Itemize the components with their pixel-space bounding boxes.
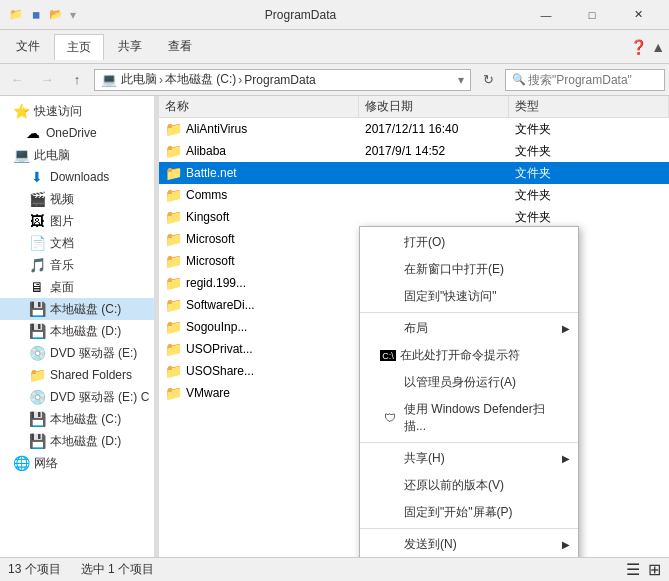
- window-controls: — □ ✕: [523, 0, 661, 30]
- search-input[interactable]: [528, 73, 658, 87]
- sidebar-item-disk-d2[interactable]: 💾 本地磁盘 (D:): [0, 430, 154, 452]
- tab-share[interactable]: 共享: [106, 34, 154, 59]
- col-header-date[interactable]: 修改日期: [359, 96, 509, 118]
- up-button[interactable]: ↑: [64, 68, 90, 92]
- menu-label-open-new: 在新窗口中打开(E): [404, 261, 504, 278]
- sidebar-item-quick-access[interactable]: ⭐ 快速访问: [0, 100, 154, 122]
- menu-item-layout[interactable]: 布局: [360, 315, 578, 342]
- ribbon-collapse-icon[interactable]: ▲: [651, 39, 665, 55]
- restore-icon: [380, 478, 400, 494]
- forward-button[interactable]: →: [34, 68, 60, 92]
- sidebar-item-disk-d[interactable]: 💾 本地磁盘 (D:): [0, 320, 154, 342]
- menu-label-defender: 使用 Windows Defender扫描...: [404, 401, 558, 435]
- tab-home[interactable]: 主页: [54, 34, 104, 60]
- tab-file[interactable]: 文件: [4, 34, 52, 59]
- menu-separator-3: [360, 528, 578, 529]
- address-path[interactable]: 💻 此电脑 › 本地磁盘 (C:) › ProgramData ▾: [94, 69, 471, 91]
- pictures-icon: 🖼: [28, 212, 46, 230]
- file-type: 文件夹: [515, 209, 663, 226]
- sidebar-label-disk-c: 本地磁盘 (C:): [50, 301, 121, 318]
- table-row[interactable]: 📁 Comms 文件夹: [159, 184, 669, 206]
- folder-icon: 📁: [165, 341, 182, 357]
- sidebar-label-disk-d: 本地磁盘 (D:): [50, 323, 121, 340]
- folder-icon: 📁: [165, 209, 182, 225]
- file-name: Alibaba: [186, 144, 226, 158]
- sidebar-item-disk-c2[interactable]: 💾 本地磁盘 (C:): [0, 408, 154, 430]
- folder-icon: 📁: [165, 275, 182, 291]
- sidebar-label-dvd-e: DVD 驱动器 (E:): [50, 345, 137, 362]
- path-sep-2: ›: [238, 73, 242, 87]
- sidebar-label-disk-c2: 本地磁盘 (C:): [50, 411, 121, 428]
- maximize-button[interactable]: □: [569, 0, 615, 30]
- detail-view-icon[interactable]: ⊞: [648, 561, 661, 578]
- menu-item-restore[interactable]: 还原以前的版本(V): [360, 472, 578, 499]
- menu-item-admin[interactable]: 以管理员身份运行(A): [360, 369, 578, 396]
- sidebar-item-network[interactable]: 🌐 网络: [0, 452, 154, 474]
- sidebar-item-desktop[interactable]: 🖥 桌面: [0, 276, 154, 298]
- path-folder[interactable]: ProgramData: [244, 73, 315, 87]
- path-computer[interactable]: 此电脑: [121, 71, 157, 88]
- music-icon: 🎵: [28, 256, 46, 274]
- path-drive[interactable]: 本地磁盘 (C:): [165, 71, 236, 88]
- new-window-icon: [380, 262, 400, 278]
- col-header-type[interactable]: 类型: [509, 96, 669, 118]
- admin-icon: [380, 375, 400, 391]
- file-name: Kingsoft: [186, 210, 229, 224]
- menu-item-share[interactable]: 共享(H): [360, 445, 578, 472]
- sidebar-label-music: 音乐: [50, 257, 74, 274]
- help-icon[interactable]: ❓: [630, 39, 647, 55]
- col-header-name[interactable]: 名称: [159, 96, 359, 118]
- address-dropdown[interactable]: ▾: [458, 73, 464, 87]
- refresh-button[interactable]: ↻: [475, 68, 501, 92]
- sidebar-item-documents[interactable]: 📄 文档: [0, 232, 154, 254]
- table-row[interactable]: 📁 Battle.net 文件夹: [159, 162, 669, 184]
- menu-item-open[interactable]: 打开(O): [360, 229, 578, 256]
- menu-item-pin-quick[interactable]: 固定到"快速访问": [360, 283, 578, 310]
- menu-item-sendto[interactable]: 发送到(N): [360, 531, 578, 557]
- dropdown-arrow[interactable]: ▾: [70, 8, 76, 22]
- sidebar-item-music[interactable]: 🎵 音乐: [0, 254, 154, 276]
- menu-item-cmd[interactable]: C:\ 在此处打开命令提示符: [360, 342, 578, 369]
- sidebar-item-videos[interactable]: 🎬 视频: [0, 188, 154, 210]
- close-button[interactable]: ✕: [615, 0, 661, 30]
- table-row[interactable]: 📁 Kingsoft 文件夹: [159, 206, 669, 228]
- sidebar-item-dvd-e[interactable]: 💿 DVD 驱动器 (E:): [0, 342, 154, 364]
- tab-view[interactable]: 查看: [156, 34, 204, 59]
- minimize-button[interactable]: —: [523, 0, 569, 30]
- sidebar-item-downloads[interactable]: ⬇ Downloads: [0, 166, 154, 188]
- disk-c2-icon: 💾: [28, 410, 46, 428]
- file-name: Microsoft: [186, 254, 235, 268]
- desktop-icon: 🖥: [28, 278, 46, 296]
- sidebar-item-pictures[interactable]: 🖼 图片: [0, 210, 154, 232]
- this-pc-icon: 💻: [12, 146, 30, 164]
- file-name: Comms: [186, 188, 227, 202]
- back-button[interactable]: ←: [4, 68, 30, 92]
- menu-label-admin: 以管理员身份运行(A): [404, 374, 516, 391]
- table-row[interactable]: 📁 Alibaba 2017/9/1 14:52 文件夹: [159, 140, 669, 162]
- file-type: 文件夹: [515, 143, 663, 160]
- sidebar-item-this-pc[interactable]: 💻 此电脑: [0, 144, 154, 166]
- documents-icon: 📄: [28, 234, 46, 252]
- table-row[interactable]: 📁 AliAntiVirus 2017/12/11 16:40 文件夹: [159, 118, 669, 140]
- menu-item-pin-start[interactable]: 固定到"开始"屏幕(P): [360, 499, 578, 526]
- file-name: regid.199...: [186, 276, 246, 290]
- list-view-icon[interactable]: ☰: [626, 561, 640, 578]
- sidebar-item-disk-c[interactable]: 💾 本地磁盘 (C:): [0, 298, 154, 320]
- sidebar-label-shared: Shared Folders: [50, 368, 132, 382]
- onedrive-icon: ☁: [24, 124, 42, 142]
- file-name: USOPrivat...: [186, 342, 253, 356]
- sidebar-item-shared[interactable]: 📁 Shared Folders: [0, 364, 154, 386]
- file-name: Microsoft: [186, 232, 235, 246]
- folder-icon: 📁: [165, 231, 182, 247]
- downloads-icon: ⬇: [28, 168, 46, 186]
- file-name: AliAntiVirus: [186, 122, 247, 136]
- sidebar-item-onedrive[interactable]: ☁ OneDrive: [0, 122, 154, 144]
- dvd-e-icon: 💿: [28, 344, 46, 362]
- defender-icon: 🛡: [380, 410, 400, 426]
- sidebar-item-dvd-ec[interactable]: 💿 DVD 驱动器 (E:) C: [0, 386, 154, 408]
- quick-access-icon: ◼: [28, 7, 44, 23]
- menu-item-open-new-window[interactable]: 在新窗口中打开(E): [360, 256, 578, 283]
- quick-access-icon: ⭐: [12, 102, 30, 120]
- menu-item-defender[interactable]: 🛡 使用 Windows Defender扫描...: [360, 396, 578, 440]
- file-name: USOShare...: [186, 364, 254, 378]
